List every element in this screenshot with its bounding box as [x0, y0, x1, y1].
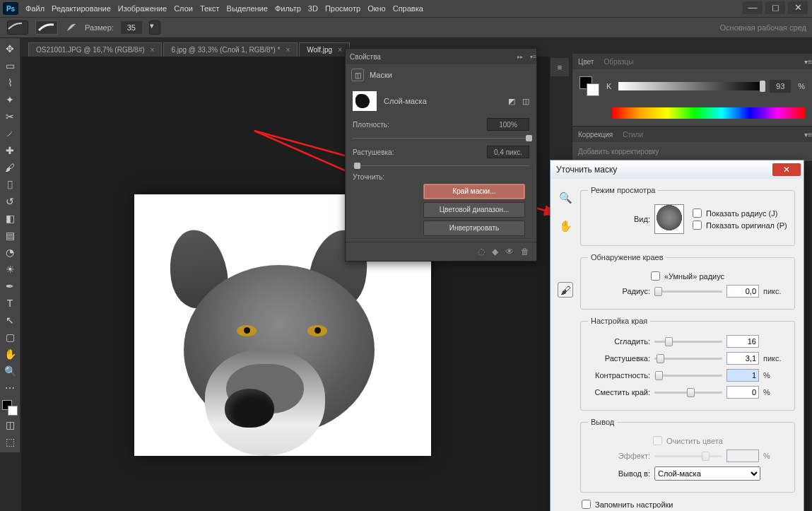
collapsed-panel-icon[interactable]: ≡	[551, 58, 569, 76]
density-value[interactable]: 100%	[487, 118, 529, 131]
refine-radius-tool[interactable]: 🖌	[558, 282, 573, 298]
color-spectrum[interactable]	[612, 107, 805, 119]
feather-slider[interactable]	[654, 358, 722, 360]
output-to-select[interactable]: Слой-маска	[654, 466, 760, 481]
dialog-close-button[interactable]: ✕	[772, 163, 801, 176]
shape-tool[interactable]: ▢	[2, 329, 18, 345]
healing-brush-tool[interactable]: ✚	[2, 143, 18, 158]
feather-slider[interactable]	[353, 165, 529, 166]
hand-tool[interactable]: ✋	[2, 346, 18, 362]
history-brush-tool[interactable]: ↺	[2, 194, 18, 209]
tab-adjustments[interactable]: Коррекция	[578, 131, 613, 139]
vector-mask-icon[interactable]: ◫	[522, 97, 529, 106]
window-maximize[interactable]: ◻	[765, 1, 785, 14]
close-icon[interactable]: ×	[338, 46, 342, 54]
remember-settings-checkbox[interactable]	[582, 500, 591, 509]
mask-thumbnail[interactable]	[353, 91, 377, 111]
apply-mask-icon[interactable]: ◆	[492, 247, 498, 257]
hand-tool-icon[interactable]: ✋	[558, 218, 573, 234]
brush-preview[interactable]	[35, 20, 58, 35]
toggle-mask-icon[interactable]: 👁	[505, 247, 514, 257]
menu-help[interactable]: Справка	[393, 4, 423, 13]
panel-options-icon[interactable]: ▾≡	[530, 54, 536, 60]
show-original-checkbox[interactable]	[693, 221, 702, 230]
contrast-slider[interactable]	[654, 375, 722, 377]
menu-image[interactable]: Изображение	[118, 4, 167, 13]
smooth-slider[interactable]	[654, 341, 722, 343]
contrast-input[interactable]	[726, 369, 759, 382]
quick-mask-toggle[interactable]: ◫	[2, 417, 18, 433]
menu-3d[interactable]: 3D	[308, 4, 318, 13]
feather-icon[interactable]	[65, 21, 78, 34]
document-tab[interactable]: 6.jpg @ 33,3% (Слой 1, RGB/8*) *×	[163, 42, 298, 57]
quick-select-tool[interactable]: ✦	[2, 92, 18, 107]
eraser-tool[interactable]: ◧	[2, 211, 18, 226]
clone-stamp-tool[interactable]: ⌷	[2, 177, 18, 192]
window-close[interactable]: ✕	[788, 1, 808, 14]
feather-value[interactable]: 0,4 пикс.	[487, 146, 529, 158]
invert-button[interactable]: Инвертировать	[423, 221, 525, 236]
more-tools[interactable]: ⋯	[2, 380, 18, 396]
screen-mode[interactable]: ⬚	[2, 434, 18, 450]
panel-menu-icon[interactable]: ▸▸	[517, 54, 523, 60]
tab-swatches[interactable]: Образцы	[604, 58, 633, 66]
panel-options-icon[interactable]: ▾≡	[804, 58, 812, 66]
color-range-button[interactable]: Цветовой диапазон...	[423, 202, 525, 218]
menu-file[interactable]: Файл	[25, 4, 45, 13]
menu-window[interactable]: Окно	[367, 4, 386, 13]
workspace-switch[interactable]: Основная рабочая сред	[720, 23, 806, 32]
close-icon[interactable]: ×	[286, 46, 290, 54]
blur-tool[interactable]: ◔	[2, 245, 18, 260]
zoom-tool-icon[interactable]: 🔍	[558, 190, 573, 206]
menu-select[interactable]: Выделение	[227, 4, 268, 13]
menu-layer[interactable]: Слои	[174, 4, 193, 13]
k-slider[interactable]	[618, 82, 763, 90]
smart-radius-checkbox[interactable]	[651, 271, 660, 281]
tab-styles[interactable]: Стили	[623, 131, 643, 139]
show-radius-checkbox[interactable]	[693, 208, 702, 218]
zoom-tool[interactable]: 🔍	[2, 363, 18, 379]
menu-view[interactable]: Просмотр	[325, 4, 360, 13]
window-minimize[interactable]: —	[743, 1, 763, 14]
radius-input[interactable]	[726, 285, 759, 298]
panel-options-icon[interactable]: ▾≡	[804, 131, 812, 139]
menu-filter[interactable]: Фильтр	[275, 4, 301, 13]
path-select-tool[interactable]: ↖	[2, 312, 18, 328]
feather-input[interactable]	[726, 352, 759, 365]
mask-edge-button[interactable]: Край маски...	[423, 184, 525, 199]
load-selection-icon[interactable]: ◌	[478, 247, 485, 257]
type-tool[interactable]: T	[2, 295, 18, 311]
tab-color[interactable]: Цвет	[578, 58, 594, 66]
lasso-tool[interactable]: ⌇	[2, 75, 18, 90]
pen-tool[interactable]: ✒	[2, 278, 18, 294]
eyedropper-tool[interactable]: ⟋	[2, 126, 18, 141]
properties-tab[interactable]: Свойства	[350, 53, 381, 61]
delete-mask-icon[interactable]: 🗑	[521, 247, 529, 257]
document-tab[interactable]: Wolf.jpg×	[299, 42, 350, 57]
current-tool-indicator[interactable]	[7, 20, 28, 35]
view-thumbnail[interactable]	[654, 204, 684, 234]
close-icon[interactable]: ×	[151, 46, 155, 54]
pixel-mask-icon[interactable]: ◩	[508, 97, 515, 106]
smooth-input[interactable]	[726, 335, 759, 348]
menu-text[interactable]: Текст	[200, 4, 220, 13]
marquee-tool[interactable]: ▭	[2, 58, 18, 74]
menu-edit[interactable]: Редактирование	[52, 4, 111, 13]
brush-size-input[interactable]: 35	[121, 21, 142, 34]
dodge-tool[interactable]: ☀	[2, 262, 18, 277]
radius-slider[interactable]	[654, 290, 722, 293]
move-tool[interactable]: ✥	[2, 41, 18, 57]
fg-bg-colors[interactable]	[579, 76, 599, 96]
brush-icon	[8, 21, 23, 31]
decontaminate-checkbox[interactable]	[653, 436, 662, 445]
crop-tool[interactable]: ✂	[2, 109, 18, 124]
shift-edge-slider[interactable]	[654, 392, 722, 394]
brush-size-dropdown[interactable]: ▾	[149, 20, 160, 35]
fg-bg-colors[interactable]	[2, 400, 18, 416]
density-slider[interactable]	[353, 138, 529, 139]
brush-tool[interactable]: 🖌	[2, 160, 18, 175]
k-value[interactable]: 93	[770, 80, 791, 93]
shift-edge-input[interactable]	[726, 386, 759, 399]
gradient-tool[interactable]: ▤	[2, 228, 18, 243]
document-tab[interactable]: OS21001.JPG @ 16,7% (RGB/8#)×	[28, 42, 162, 57]
